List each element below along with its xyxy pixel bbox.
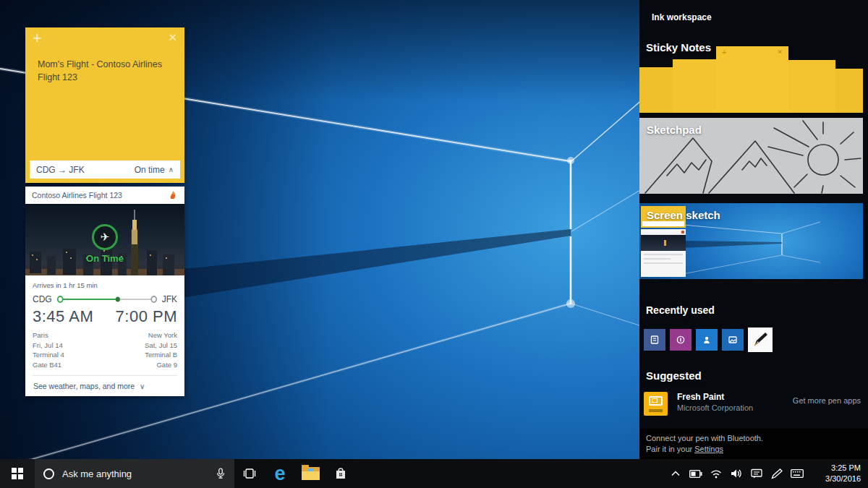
- taskbar-clock[interactable]: 3:25 PM 3/30/2016: [807, 463, 868, 484]
- destination-city: New York: [148, 330, 177, 341]
- pen-icon: [771, 468, 783, 479]
- volume-control[interactable]: [726, 459, 746, 488]
- battery-status[interactable]: [686, 459, 706, 488]
- chevron-up-icon: ∧: [169, 166, 174, 174]
- photos-app-icon[interactable]: [722, 329, 744, 351]
- touch-keyboard-button[interactable]: [787, 459, 807, 488]
- task-view-icon: [242, 468, 257, 479]
- clock-date: 3/30/2016: [807, 474, 861, 484]
- chevron-down-icon: ∨: [140, 382, 145, 390]
- origin-city: Paris: [33, 330, 48, 341]
- destination-terminal: Terminal B: [145, 350, 177, 360]
- edge-icon: e: [274, 464, 285, 484]
- destination-code: JFK: [162, 294, 177, 304]
- network-status[interactable]: [706, 459, 726, 488]
- airplane-icon: ✈: [101, 231, 110, 244]
- document-app-icon[interactable]: [644, 329, 665, 351]
- recently-used-label: Recently used: [646, 304, 715, 316]
- fresh-paint-app-icon: [644, 392, 668, 416]
- cortana-icon: [43, 468, 54, 479]
- destination-gate: Gate 9: [156, 360, 177, 370]
- flight-progress-bar: [56, 295, 158, 304]
- preview-note: [835, 69, 863, 113]
- ink-workspace-panel: Ink workspace Sticky Notes + ✕: [639, 0, 868, 459]
- clock-time: 3:25 PM: [807, 463, 861, 474]
- destination-date: Sat, Jul 15: [145, 341, 177, 351]
- file-explorer-button[interactable]: [295, 459, 326, 488]
- fountain-pen-app-icon[interactable]: [748, 328, 773, 352]
- close-note-icon[interactable]: ✕: [168, 31, 177, 44]
- sticky-note-text[interactable]: Mom's Flight - Contoso Airlines Flight 1…: [25, 49, 184, 84]
- sketchpad-preview[interactable]: Sketchpad: [639, 118, 863, 194]
- maps-app-icon[interactable]: [696, 329, 718, 351]
- battery-icon: [689, 470, 702, 478]
- cortana-search-box[interactable]: [35, 459, 234, 488]
- suggested-label: Suggested: [646, 369, 702, 382]
- ink-workspace-title: Ink workspace: [652, 12, 712, 22]
- arrival-time: 7:00 PM: [116, 307, 177, 326]
- flight-card-header: Contoso Airlines Flight 123: [25, 187, 184, 204]
- plus-icon: +: [722, 48, 726, 56]
- suggested-app-publisher: Microsoft Corporation: [677, 403, 793, 412]
- flight-status-label: On time ∧: [135, 165, 174, 175]
- sticky-note[interactable]: + ✕ Mom's Flight - Contoso Airlines Flig…: [25, 27, 184, 183]
- flight-card-title: Contoso Airlines Flight 123: [32, 191, 122, 200]
- recently-used-apps: [644, 328, 773, 352]
- sketchpad-section-label: Sketchpad: [647, 124, 702, 136]
- arrival-note: Arrives in 1 hr 15 min: [33, 281, 177, 289]
- pen-pairing-tip: Connect your pen with Bluetooth. Pair it…: [639, 429, 868, 459]
- pen-tip-line2: Pair it in your Settings: [646, 444, 861, 455]
- destination-photo: ✈ On Time: [25, 204, 184, 275]
- origin-code: CDG: [33, 294, 52, 304]
- wifi-icon: [710, 469, 722, 479]
- taskbar: e: [0, 459, 868, 488]
- see-more-expander[interactable]: See weather, maps, and more ∨: [33, 375, 177, 396]
- origin-gate: Gate B41: [33, 360, 61, 370]
- sticky-note-header: + ✕: [25, 27, 184, 49]
- flight-card-body: Arrives in 1 hr 15 min CDG JFK 3:45 AM 7…: [25, 275, 184, 396]
- on-time-status-text: On Time: [25, 253, 184, 264]
- on-time-status-ring: ✈: [92, 224, 118, 250]
- flight-insight-bar[interactable]: CDG → JFK On time ∧: [30, 160, 180, 179]
- system-tray: 3:25 PM 3/30/2016: [665, 459, 868, 488]
- settings-link[interactable]: Settings: [694, 445, 723, 453]
- flight-times-row: 3:45 AM 7:00 PM: [33, 307, 177, 326]
- departure-time: 3:45 AM: [33, 307, 93, 326]
- chevron-up-icon: [671, 471, 680, 476]
- folder-icon: [302, 467, 320, 480]
- preview-note: [788, 60, 835, 113]
- task-view-button[interactable]: [234, 459, 265, 488]
- preview-note: [639, 67, 673, 113]
- flight-route-label: CDG → JFK: [36, 165, 85, 175]
- search-input[interactable]: [62, 468, 208, 479]
- ink-workspace-button[interactable]: [767, 459, 787, 488]
- close-icon: ✕: [777, 48, 783, 56]
- speaker-icon: [731, 468, 742, 479]
- screen-sketch-section-label: Screen sketch: [647, 209, 720, 221]
- pen-tip-line1: Connect your pen with Bluetooth.: [646, 433, 861, 444]
- store-button[interactable]: [326, 459, 356, 488]
- origin-date: Fri, Jul 14: [33, 341, 63, 351]
- keyboard-icon: [791, 469, 804, 478]
- action-center-icon: [751, 468, 762, 479]
- suggested-app-name: Fresh Paint: [677, 392, 793, 402]
- add-note-icon[interactable]: +: [33, 29, 42, 48]
- store-bag-icon: [333, 466, 348, 481]
- action-center-button[interactable]: [746, 459, 767, 488]
- flight-info-card: Contoso Airlines Flight 123: [25, 187, 184, 396]
- onenote-app-icon[interactable]: [670, 329, 692, 351]
- flight-progress-row: CDG JFK: [33, 294, 177, 304]
- tray-overflow-button[interactable]: [665, 459, 686, 488]
- edge-browser-button[interactable]: e: [265, 459, 295, 488]
- preview-note: + ✕: [716, 46, 788, 113]
- suggested-app-row[interactable]: Fresh Paint Microsoft Corporation Get mo…: [644, 392, 861, 416]
- origin-terminal: Terminal 4: [33, 350, 64, 360]
- preview-note: [673, 59, 716, 113]
- screen-sketch-preview[interactable]: Screen sketch: [639, 203, 863, 279]
- sticky-notes-preview[interactable]: + ✕: [639, 45, 863, 113]
- start-button[interactable]: [0, 459, 35, 488]
- get-more-pen-apps-link[interactable]: Get more pen apps: [793, 396, 861, 405]
- windows-desktop-screen: + ✕ Mom's Flight - Contoso Airlines Flig…: [0, 0, 868, 488]
- microphone-icon[interactable]: [216, 467, 226, 480]
- airline-logo-icon: [168, 190, 178, 200]
